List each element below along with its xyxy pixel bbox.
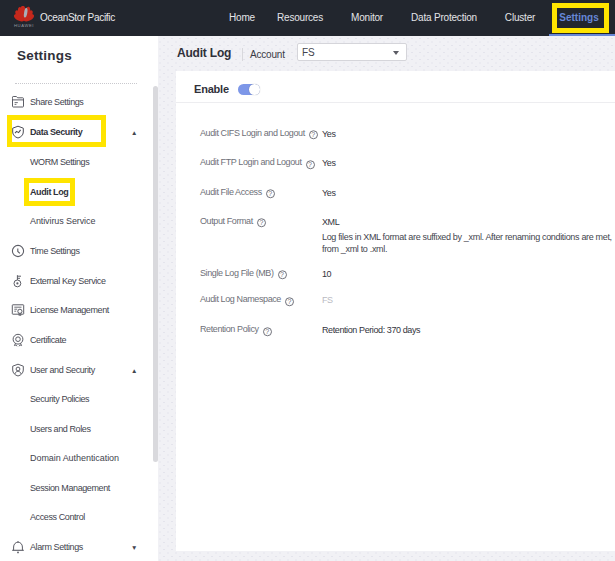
svg-text:HUAWEI: HUAWEI	[14, 23, 34, 28]
